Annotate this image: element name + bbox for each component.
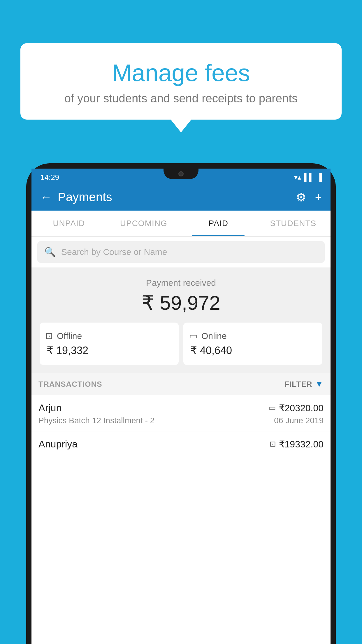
tab-paid[interactable]: PAID (181, 211, 256, 236)
transaction-right: ⊡ ₹19332.00 (270, 439, 324, 450)
status-icons: ▾▴ ▌▌ ▐ (294, 173, 322, 181)
header-right: ⚙ + (296, 190, 322, 204)
filter-icon: ▼ (315, 379, 324, 389)
online-icon: ▭ (189, 331, 197, 341)
back-button[interactable]: ← (40, 191, 52, 204)
battery-icon: ▐ (317, 173, 322, 181)
payment-cards: ⊡ Offline ₹ 19,332 ▭ Online ₹ 40,640 (37, 323, 325, 365)
online-card-header: ▭ Online (189, 331, 317, 341)
phone-notch (164, 169, 198, 179)
online-label: Online (201, 331, 227, 341)
tabs: UNPAID UPCOMING PAID STUDENTS (31, 211, 331, 237)
search-input[interactable]: Search by Course or Name (61, 247, 167, 257)
page-title: Payments (58, 190, 112, 204)
phone-wrapper: 14:29 ▾▴ ▌▌ ▐ ← Payments ⚙ + (26, 163, 336, 644)
payment-mode-icon: ▭ (269, 403, 276, 412)
transaction-right: ▭ ₹20320.00 (269, 402, 324, 414)
transaction-amount: ₹19332.00 (279, 439, 324, 450)
transaction-top: Anupriya ⊡ ₹19332.00 (38, 438, 324, 450)
offline-card-header: ⊡ Offline (45, 331, 173, 341)
transactions-header: TRANSACTIONS FILTER ▼ (31, 373, 331, 395)
student-name: Arjun (38, 402, 61, 414)
payment-received-label: Payment received (37, 278, 325, 288)
table-row[interactable]: Anupriya ⊡ ₹19332.00 (31, 431, 331, 458)
offline-icon: ⊡ (45, 331, 53, 341)
payment-summary: Payment received ₹ 59,972 ⊡ Offline ₹ 19… (31, 267, 331, 373)
offline-label: Offline (57, 331, 82, 341)
phone-frame: 14:29 ▾▴ ▌▌ ▐ ← Payments ⚙ + (26, 163, 336, 644)
offline-amount: ₹ 19,332 (45, 344, 173, 357)
online-card: ▭ Online ₹ 40,640 (183, 323, 322, 365)
search-icon: 🔍 (44, 246, 56, 258)
course-info: Physics Batch 12 Installment - 2 (38, 416, 154, 425)
speech-bubble-subtitle: of your students and send receipts to pa… (38, 92, 324, 105)
offline-card: ⊡ Offline ₹ 19,332 (40, 323, 179, 365)
filter-label: FILTER (284, 380, 312, 389)
table-row[interactable]: Arjun ▭ ₹20320.00 Physics Batch 12 Insta… (31, 395, 331, 431)
tab-upcoming[interactable]: UPCOMING (106, 211, 181, 236)
speech-bubble-title: Manage fees (38, 59, 324, 87)
transaction-bottom: Physics Batch 12 Installment - 2 06 June… (38, 416, 324, 425)
wifi-icon: ▾▴ (294, 173, 301, 181)
transaction-top: Arjun ▭ ₹20320.00 (38, 402, 324, 414)
search-bar[interactable]: 🔍 Search by Course or Name (37, 241, 325, 263)
speech-bubble-container: Manage fees of your students and send re… (20, 43, 342, 120)
tab-students[interactable]: STUDENTS (256, 211, 331, 236)
add-icon[interactable]: + (315, 191, 322, 204)
signal-icon: ▌▌ (304, 173, 314, 181)
app-screen: ← Payments ⚙ + UNPAID UPCOMING PAID STUD… (31, 184, 331, 644)
status-bar: 14:29 ▾▴ ▌▌ ▐ (31, 169, 331, 184)
student-name: Anupriya (38, 438, 78, 450)
transactions-list: Arjun ▭ ₹20320.00 Physics Batch 12 Insta… (31, 395, 331, 644)
filter-button[interactable]: FILTER ▼ (284, 379, 324, 389)
settings-icon[interactable]: ⚙ (296, 190, 306, 204)
app-header: ← Payments ⚙ + (31, 184, 331, 211)
header-left: ← Payments (40, 190, 112, 204)
payment-total-amount: ₹ 59,972 (37, 291, 325, 314)
status-time: 14:29 (40, 173, 59, 182)
speech-bubble: Manage fees of your students and send re… (20, 43, 342, 120)
payment-mode-icon: ⊡ (270, 440, 276, 449)
transactions-label: TRANSACTIONS (38, 380, 102, 389)
tab-unpaid[interactable]: UNPAID (31, 211, 106, 236)
transaction-amount: ₹20320.00 (279, 402, 324, 414)
front-camera (178, 171, 184, 176)
search-container: 🔍 Search by Course or Name (31, 237, 331, 267)
online-amount: ₹ 40,640 (189, 344, 317, 357)
transaction-date: 06 June 2019 (274, 416, 324, 425)
